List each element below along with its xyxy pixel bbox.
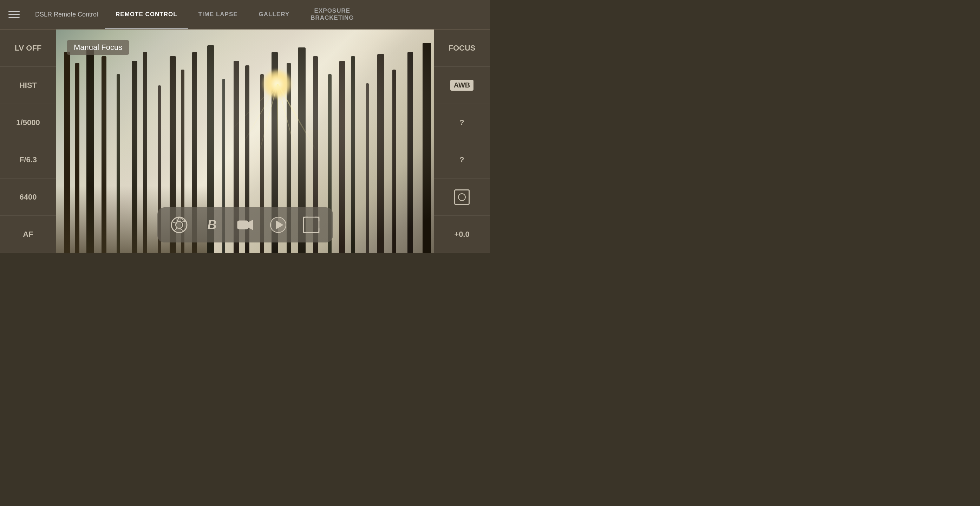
metering-button[interactable]: [434, 178, 490, 216]
lv-off-button[interactable]: LV OFF: [0, 30, 56, 67]
question2-button[interactable]: ?: [434, 141, 490, 178]
play-button[interactable]: [267, 214, 290, 236]
svg-rect-8: [237, 221, 248, 229]
shutter-speed-button[interactable]: 1/5000: [0, 104, 56, 141]
video-icon: [236, 216, 254, 234]
manual-focus-label: Manual Focus: [67, 40, 129, 55]
app-title: DSLR Remote Control: [28, 11, 105, 18]
af-button[interactable]: AF: [0, 216, 56, 253]
camera-view[interactable]: Manual Focus B: [56, 30, 434, 253]
hamburger-icon: [8, 11, 20, 18]
left-sidebar: LV OFF HIST 1/5000 F/6.3 6400 AF: [0, 30, 56, 253]
focus-button[interactable]: FOCUS: [434, 30, 490, 67]
svg-point-1: [176, 221, 183, 228]
svg-line-5: [174, 228, 177, 231]
svg-point-0: [172, 217, 187, 232]
video-button[interactable]: [234, 214, 256, 236]
hist-button[interactable]: HIST: [0, 67, 56, 104]
aperture-button[interactable]: F/6.3: [0, 141, 56, 178]
menu-button[interactable]: [0, 0, 28, 29]
expand-icon: [302, 216, 320, 234]
shutter-icon: [170, 216, 188, 234]
sun-rays: [253, 63, 351, 175]
topbar: DSLR Remote Control REMOTE CONTROL TIME …: [0, 0, 490, 30]
fullscreen-button[interactable]: [300, 214, 323, 236]
tab-gallery[interactable]: GALLERY: [248, 0, 300, 29]
svg-marker-9: [248, 220, 253, 230]
shutter-button[interactable]: [168, 214, 190, 236]
awb-button[interactable]: AWB: [434, 67, 490, 104]
svg-line-4: [180, 228, 184, 231]
svg-rect-12: [304, 217, 319, 232]
camera-controls: B: [158, 207, 333, 242]
tab-remote-control[interactable]: REMOTE CONTROL: [105, 0, 188, 29]
iso-button[interactable]: 6400: [0, 178, 56, 216]
metering-icon: [454, 189, 469, 205]
nav-tabs: REMOTE CONTROL TIME LAPSE GALLERY EXPOSU…: [105, 0, 490, 29]
ev-button[interactable]: +0.0: [434, 216, 490, 253]
bulb-button[interactable]: B: [201, 214, 223, 236]
play-icon: [269, 216, 287, 234]
right-sidebar: FOCUS AWB ? ? +0.0: [434, 30, 490, 253]
svg-line-3: [181, 221, 186, 222]
tab-exposure-bracketing[interactable]: EXPOSURE BRACKETING: [300, 0, 364, 29]
question1-button[interactable]: ?: [434, 104, 490, 141]
tab-time-lapse[interactable]: TIME LAPSE: [188, 0, 248, 29]
